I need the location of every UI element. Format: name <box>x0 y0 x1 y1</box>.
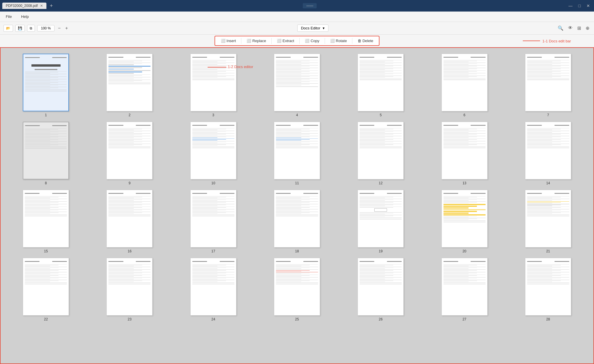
page-number-1: 1 <box>45 113 47 117</box>
menu-help[interactable]: Help <box>19 13 31 20</box>
page-number-18: 18 <box>295 249 299 253</box>
page-number-5: 5 <box>380 113 382 117</box>
open-icon: 📂 <box>6 26 10 30</box>
edit-bar-annotation: 1-1 Docs edit bar <box>523 39 571 43</box>
page-thumb-20[interactable]: 20 <box>425 190 504 253</box>
page-thumb-14[interactable]: 14 <box>509 122 588 185</box>
save-btn[interactable]: 💾 <box>15 25 25 32</box>
save-icon: 💾 <box>18 26 22 30</box>
page-thumb-11[interactable]: 11 <box>257 122 337 185</box>
replace-btn[interactable]: ⬜ Replace <box>243 37 270 44</box>
page-thumbnails-area[interactable]: 1234567891011121314151617181920212223242… <box>0 47 594 364</box>
page-thumb-8[interactable]: 8 <box>6 122 85 185</box>
page-number-21: 21 <box>546 249 550 253</box>
page-thumb-1[interactable]: 1 <box>6 54 85 117</box>
close-btn[interactable]: ✕ <box>585 3 592 9</box>
page-number-3: 3 <box>212 113 214 117</box>
sep-3 <box>299 38 300 44</box>
edit-bar-buttons: ⬜ Insert ⬜ Replace ⬜ Extract ⬜ Copy ⬜ Ro… <box>215 36 380 46</box>
more-icon[interactable]: ⊕ <box>584 24 591 32</box>
title-bar-center-label: —— <box>303 3 317 8</box>
page-thumb-3[interactable]: 3 <box>174 54 253 117</box>
page-number-24: 24 <box>211 317 215 321</box>
page-thumb-17[interactable]: 17 <box>174 190 253 253</box>
page-number-7: 7 <box>547 113 549 117</box>
page-number-2: 2 <box>129 113 131 117</box>
page-number-6: 6 <box>463 113 465 117</box>
page-thumb-10[interactable]: 10 <box>174 122 253 185</box>
extract-icon: ⬜ <box>277 39 281 43</box>
sep-1 <box>241 38 241 44</box>
insert-btn[interactable]: ⬜ Insert <box>217 37 240 44</box>
page-number-8: 8 <box>45 181 47 185</box>
zoom-in-btn[interactable]: + <box>64 26 69 31</box>
page-thumb-5[interactable]: 5 <box>341 54 420 117</box>
layout-icon[interactable]: ⊞ <box>576 24 582 32</box>
pages-icon: ⧉ <box>30 26 32 30</box>
copy-btn[interactable]: ⬜ Copy <box>301 37 323 44</box>
page-thumb-7[interactable]: 7 <box>509 54 588 117</box>
extract-btn[interactable]: ⬜ Extract <box>273 37 298 44</box>
delete-icon: 🗑 <box>358 39 361 43</box>
copy-icon: ⬜ <box>305 39 309 43</box>
docs-edit-bar: ⬜ Insert ⬜ Replace ⬜ Extract ⬜ Copy ⬜ Ro… <box>0 35 594 47</box>
page-number-12: 12 <box>379 181 383 185</box>
eye-icon[interactable]: 👁 <box>567 24 574 32</box>
page-thumb-2[interactable]: 2 <box>90 54 169 117</box>
page-thumb-4[interactable]: 4 <box>257 54 337 117</box>
page-thumb-23[interactable]: 23 <box>90 258 169 321</box>
page-thumb-22[interactable]: 22 <box>6 258 85 321</box>
insert-icon: ⬜ <box>221 39 225 43</box>
toolbar: 📂 💾 ⧉ 100 % − + Docs Editor ▾ 🔍 👁 ⊞ ⊕ <box>0 22 594 35</box>
page-thumb-6[interactable]: 6 <box>425 54 504 117</box>
delete-btn[interactable]: 🗑 Delete <box>354 37 377 44</box>
pages-btn[interactable]: ⧉ <box>27 25 35 32</box>
zoom-out-btn[interactable]: − <box>57 26 62 31</box>
page-thumb-12[interactable]: 12 <box>341 122 420 185</box>
page-thumb-16[interactable]: 16 <box>90 190 169 253</box>
menu-file[interactable]: File <box>3 13 14 20</box>
zoom-value: 100 % <box>37 25 54 31</box>
sep-5 <box>352 38 352 44</box>
title-bar-controls: — □ ✕ <box>567 3 592 9</box>
rotate-btn[interactable]: ⬜ Rotate <box>327 37 350 44</box>
page-number-14: 14 <box>546 181 550 185</box>
tab-close-btn[interactable]: ✕ <box>40 4 43 8</box>
search-icon[interactable]: 🔍 <box>557 24 565 32</box>
page-thumb-18[interactable]: 18 <box>257 190 337 253</box>
page-thumb-13[interactable]: 13 <box>425 122 504 185</box>
page-number-17: 17 <box>211 249 215 253</box>
page-thumb-26[interactable]: 26 <box>341 258 420 321</box>
page-thumb-24[interactable]: 24 <box>174 258 253 321</box>
docs-editor-dropdown[interactable]: Docs Editor ▾ <box>297 25 328 32</box>
menu-bar: File Help <box>0 12 594 22</box>
minimize-btn[interactable]: — <box>567 3 574 9</box>
page-thumb-28[interactable]: 28 <box>509 258 588 321</box>
page-thumb-21[interactable]: 21 <box>509 190 588 253</box>
rotate-icon: ⬜ <box>330 39 335 43</box>
maximize-btn[interactable]: □ <box>577 3 582 9</box>
page-number-27: 27 <box>463 317 466 321</box>
open-btn[interactable]: 📂 <box>3 25 13 32</box>
sep-2 <box>271 38 272 44</box>
page-number-9: 9 <box>129 181 131 185</box>
title-bar-left: PDF32000_2008.pdf ✕ + <box>2 3 53 9</box>
page-thumb-9[interactable]: 9 <box>90 122 169 185</box>
new-tab-btn[interactable]: + <box>50 3 53 9</box>
document-tab[interactable]: PDF32000_2008.pdf ✕ <box>2 3 46 9</box>
page-number-13: 13 <box>463 181 466 185</box>
replace-icon: ⬜ <box>247 39 251 43</box>
page-grid: 1234567891011121314151617181920212223242… <box>4 51 590 324</box>
page-number-22: 22 <box>44 317 48 321</box>
sep-4 <box>325 38 325 44</box>
page-thumb-27[interactable]: 27 <box>425 258 504 321</box>
page-thumb-15[interactable]: 15 <box>6 190 85 253</box>
title-bar: PDF32000_2008.pdf ✕ + —— — □ ✕ <box>0 0 594 12</box>
toolbar-right: 🔍 👁 ⊞ ⊕ <box>557 24 591 32</box>
toolbar-center: Docs Editor ▾ <box>72 25 554 32</box>
page-thumb-19[interactable]: 19 <box>341 190 420 253</box>
page-number-23: 23 <box>128 317 131 321</box>
page-number-10: 10 <box>211 181 215 185</box>
page-thumb-25[interactable]: 25 <box>257 258 337 321</box>
docs-editor-label: Docs Editor <box>301 26 320 30</box>
